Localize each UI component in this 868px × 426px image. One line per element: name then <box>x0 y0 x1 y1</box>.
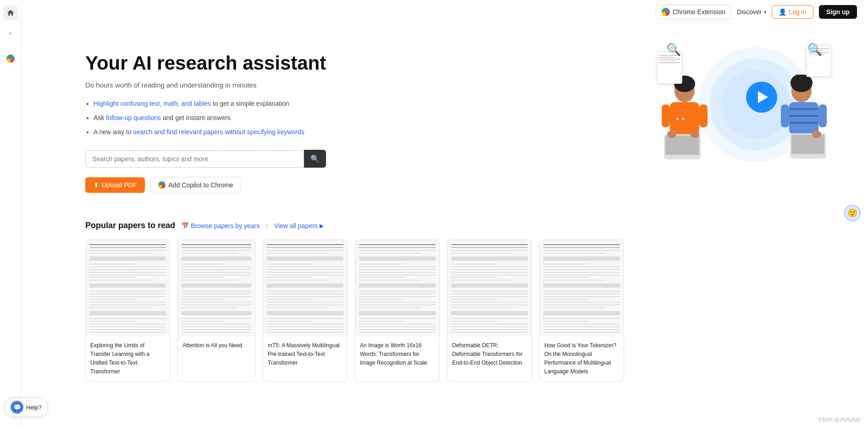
thumb-line <box>182 250 251 251</box>
thumb-block <box>359 284 436 288</box>
bullet-2-link[interactable]: follow-up questions <box>106 114 161 121</box>
thumb-block <box>543 284 620 288</box>
hero-content: Your AI research assistant Do hours wort… <box>85 52 326 193</box>
watermark: CSDN @z5z5z5z6 <box>818 417 861 422</box>
help-button[interactable]: 💬 Help? <box>5 398 48 417</box>
paper-card-2[interactable]: mT5: A Massively Multilingual Pre-traine… <box>263 240 348 381</box>
search-icon: 🔍 <box>310 155 320 163</box>
thumb-line <box>89 302 166 302</box>
paper-card-0[interactable]: Exploring the Limits of Transfer Learnin… <box>85 240 170 381</box>
thumb-line <box>543 275 620 275</box>
chrome-extension-button[interactable]: Chrome Extension <box>656 5 731 19</box>
thumb-line <box>543 264 589 264</box>
discover-label: Discover <box>737 8 762 16</box>
illus-person-right <box>767 75 827 166</box>
sidebar: " <box>0 0 21 426</box>
thumb-line <box>543 305 620 305</box>
login-button[interactable]: 👤 Log in <box>772 5 813 19</box>
thumb-line <box>182 324 251 324</box>
thumb-line <box>359 280 420 280</box>
thumb-line <box>359 327 436 327</box>
thumb-line <box>359 269 436 270</box>
bullet-1: Highlight confusing text, math, and tabl… <box>94 99 326 109</box>
thumb-block <box>359 257 436 261</box>
thumb-block <box>543 311 620 315</box>
thumb-block <box>451 257 528 261</box>
chevron-down-icon: ▾ <box>764 10 766 15</box>
search-button[interactable]: 🔍 <box>304 150 326 168</box>
thumb-line <box>451 305 528 305</box>
paper-title-3: An Image is Worth 16x16 Words: Transform… <box>360 342 427 366</box>
thumb-line <box>89 324 166 324</box>
thumb-line <box>89 329 166 330</box>
thumb-line <box>543 250 620 251</box>
sidebar-quotes-icon[interactable]: " <box>3 28 18 43</box>
browse-papers-link[interactable]: 📅 Browse papers by years <box>182 222 260 229</box>
thumb-line <box>89 277 135 278</box>
thumb-line <box>451 275 528 275</box>
thumb-line <box>451 302 528 302</box>
watermark-text: CSDN @z5z5z5z6 <box>818 417 861 422</box>
thumb-line <box>182 275 251 275</box>
thumb-line <box>543 294 620 294</box>
paper-card-3[interactable]: An Image is Worth 16x16 Words: Transform… <box>355 240 440 381</box>
paper-card-4[interactable]: Deformable DETR: Deformable Transformers… <box>447 240 532 381</box>
chat-icon[interactable]: 🙂 <box>844 205 861 221</box>
add-copilot-button[interactable]: Add Copilot to Chrome <box>150 177 241 193</box>
paper-card-1[interactable]: Attention is All you Need <box>177 240 255 381</box>
thumb-line <box>359 321 405 322</box>
svg-rect-16 <box>818 104 827 127</box>
thumb-line <box>267 318 343 319</box>
thumb-line <box>182 264 223 264</box>
upload-icon: ⬆ <box>94 181 99 189</box>
paper-title-1: Attention is All you Need <box>182 342 242 349</box>
search-input[interactable] <box>85 150 304 168</box>
hero-subtitle: Do hours worth of reading and understand… <box>85 81 326 89</box>
main-area: Chrome Extension Discover ▾ 👤 Log in Sig… <box>21 0 868 426</box>
thumb-block <box>543 257 620 261</box>
play-button[interactable] <box>746 82 777 113</box>
thumb-line <box>543 277 589 278</box>
thumb-line <box>182 277 223 278</box>
papers-section-title: Popular papers to read <box>85 221 175 230</box>
calendar-icon: 📅 <box>182 222 189 229</box>
paper-title-5: How Good is Your Tokenizer? On the Monol… <box>544 342 616 374</box>
thumb-line <box>359 307 420 308</box>
thumb-line <box>451 299 497 300</box>
thumb-line <box>359 244 436 245</box>
view-all-label: View all papers <box>274 222 318 229</box>
user-icon: 👤 <box>779 8 786 16</box>
magnify-right-icon: 🔍 <box>807 43 822 57</box>
thumb-line <box>267 291 343 291</box>
upload-pdf-button[interactable]: ⬆ Upload PDF <box>85 177 145 193</box>
thumb-block <box>267 284 343 288</box>
paper-card-5[interactable]: How Good is Your Tokenizer? On the Monol… <box>539 240 624 381</box>
thumb-line <box>451 247 528 248</box>
thumb-line <box>89 253 151 253</box>
thumb-line <box>543 302 620 302</box>
sidebar-chrome-icon[interactable] <box>3 51 18 66</box>
svg-rect-12 <box>789 102 818 134</box>
sidebar-home-icon[interactable] <box>3 5 18 20</box>
thumb-line <box>451 277 497 278</box>
thumb-line <box>359 267 436 267</box>
thumb-line <box>182 253 238 253</box>
thumb-line <box>89 264 135 264</box>
thumb-line <box>267 250 343 251</box>
thumb-line <box>182 305 251 305</box>
thumb-line <box>543 299 589 300</box>
discover-button[interactable]: Discover ▾ <box>737 8 766 16</box>
signup-button[interactable]: Sign up <box>819 5 857 19</box>
bullet-1-link[interactable]: Highlight confusing text, math, and tabl… <box>94 100 211 107</box>
topnav: Chrome Extension Discover ▾ 👤 Log in Sig… <box>21 0 868 24</box>
thumb-line <box>182 332 251 333</box>
thumb-line <box>267 305 343 305</box>
upload-label: Upload PDF <box>102 181 137 189</box>
svg-rect-7 <box>665 136 699 155</box>
thumb-line <box>451 253 513 253</box>
login-label: Log in <box>789 8 807 16</box>
hero-bullets: Highlight confusing text, math, and tabl… <box>85 99 326 137</box>
thumb-line <box>451 327 528 327</box>
bullet-3-link[interactable]: search and find relevant papers without … <box>133 128 304 136</box>
view-all-papers-link[interactable]: View all papers ▶ <box>274 222 324 229</box>
